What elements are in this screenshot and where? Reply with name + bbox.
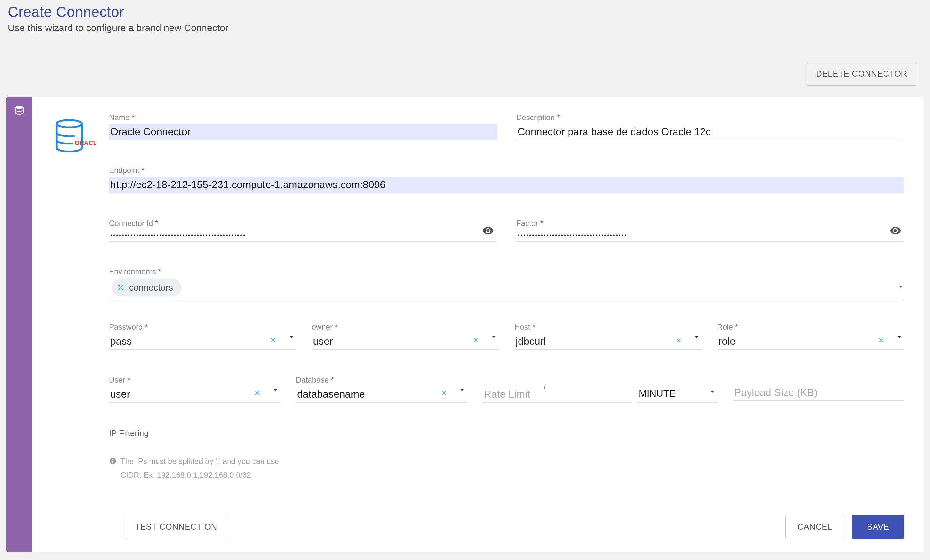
rate-unit-dropdown-icon[interactable] — [708, 388, 716, 397]
database-icon — [14, 111, 25, 117]
card-side-rail — [6, 97, 32, 552]
chip-remove-icon[interactable]: ✕ — [117, 282, 125, 293]
save-button[interactable]: SAVE — [852, 514, 904, 539]
page-title: Create Connector — [6, 0, 924, 20]
name-input[interactable] — [109, 124, 497, 140]
page-subtitle: Use this wizard to configure a brand new… — [6, 20, 924, 33]
database-dropdown-icon[interactable] — [458, 386, 466, 395]
role-dropdown-icon[interactable] — [895, 333, 903, 342]
test-connection-button[interactable]: TEST CONNECTION — [125, 514, 227, 539]
password-dropdown-icon[interactable] — [288, 333, 295, 342]
environments-label: Environments * — [109, 267, 161, 276]
description-label: Description * — [516, 113, 904, 122]
payload-size-input[interactable] — [733, 385, 904, 401]
connector-id-label: Connector Id * — [109, 219, 497, 228]
cancel-button[interactable]: CANCEL — [785, 514, 844, 539]
svg-text:ORACLE: ORACLE — [75, 139, 96, 146]
user-clear-icon[interactable]: × — [255, 388, 260, 398]
connector-id-input[interactable] — [109, 230, 497, 242]
oracle-logo: ORACLE — [51, 115, 109, 162]
owner-clear-icon[interactable]: × — [473, 335, 479, 345]
endpoint-input[interactable] — [109, 177, 904, 193]
connector-form-card: ORACLE Name * Description * Endpoint * — [6, 97, 924, 552]
host-clear-icon[interactable]: × — [676, 335, 681, 345]
chip-label: connectors — [129, 283, 173, 293]
info-icon — [109, 455, 117, 482]
database-clear-icon[interactable]: × — [442, 388, 447, 398]
user-dropdown-icon[interactable] — [271, 386, 279, 395]
delete-connector-button[interactable]: DELETE CONNECTOR — [806, 62, 917, 86]
rate-limit-input[interactable] — [483, 386, 632, 403]
rate-unit-select[interactable]: MINUTE — [637, 385, 718, 403]
owner-label: owner * — [312, 323, 499, 332]
password-clear-icon[interactable]: × — [271, 335, 276, 345]
role-clear-icon[interactable]: × — [879, 335, 884, 345]
env-chip: ✕ connectors — [112, 279, 182, 296]
database-label: Database * — [296, 375, 467, 385]
svg-point-0 — [15, 106, 23, 109]
host-dropdown-icon[interactable] — [693, 333, 701, 342]
password-input[interactable] — [109, 334, 296, 350]
endpoint-label: Endpoint * — [109, 166, 904, 175]
user-label: User * — [109, 375, 280, 385]
role-label: Role * — [717, 323, 905, 332]
reveal-factor-icon[interactable] — [890, 225, 901, 238]
host-label: Host * — [514, 323, 702, 332]
role-input[interactable] — [717, 334, 905, 350]
reveal-connector-id-icon[interactable] — [482, 225, 494, 238]
host-input[interactable] — [514, 334, 702, 350]
svg-point-1 — [57, 120, 82, 127]
factor-input[interactable] — [516, 230, 904, 242]
factor-label: Factor * — [516, 219, 904, 228]
description-input[interactable] — [516, 124, 904, 140]
owner-input[interactable] — [312, 334, 499, 350]
environments-dropdown-icon[interactable] — [897, 283, 904, 292]
ip-filtering-hint: The IPs must be splitted by ',' and you … — [109, 454, 288, 482]
rate-separator: / — [544, 383, 546, 393]
ip-filtering-label: IP Filtering — [109, 428, 288, 438]
owner-dropdown-icon[interactable] — [490, 333, 498, 342]
password-label: Password * — [109, 323, 296, 332]
name-label: Name * — [109, 113, 497, 122]
